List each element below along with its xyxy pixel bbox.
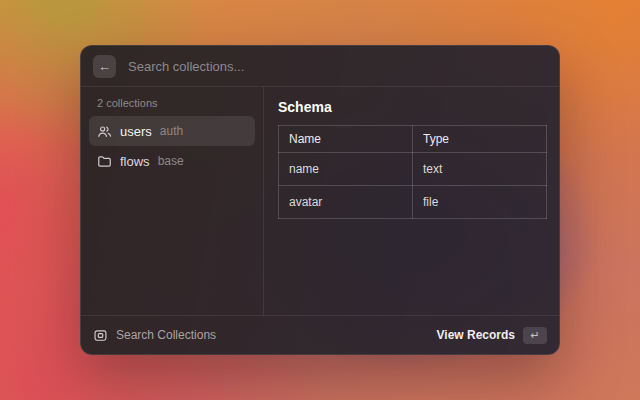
detail-panel: Schema Name Type name text avatar file bbox=[264, 87, 559, 315]
collections-sidebar: 2 collections users auth bbox=[81, 87, 264, 315]
sidebar-item-flows[interactable]: flows base bbox=[89, 146, 255, 176]
sidebar-item-suffix: auth bbox=[160, 124, 183, 138]
view-records-action[interactable]: View Records ↵ bbox=[437, 327, 547, 344]
command-palette-window: ← 2 collections users auth bbox=[80, 45, 560, 355]
cell-field-type: text bbox=[413, 153, 547, 186]
table-row: name text bbox=[279, 153, 547, 186]
footer-bar: Search Collections View Records ↵ bbox=[81, 315, 559, 354]
table-header-row: Name Type bbox=[279, 126, 547, 153]
sidebar-item-label: flows bbox=[120, 154, 150, 169]
back-button[interactable]: ← bbox=[93, 55, 116, 78]
collections-count-label: 2 collections bbox=[89, 95, 255, 116]
app-logo-icon bbox=[93, 328, 108, 343]
view-records-label: View Records bbox=[437, 328, 515, 342]
enter-key-icon: ↵ bbox=[523, 327, 547, 344]
schema-title: Schema bbox=[278, 99, 547, 115]
search-header: ← bbox=[81, 46, 559, 87]
column-header-type: Type bbox=[413, 126, 547, 153]
search-input[interactable] bbox=[126, 58, 547, 75]
column-header-name: Name bbox=[279, 126, 413, 153]
cell-field-type: file bbox=[413, 186, 547, 219]
schema-table: Name Type name text avatar file bbox=[278, 125, 547, 219]
back-arrow-icon: ← bbox=[98, 60, 111, 73]
folder-icon bbox=[97, 154, 112, 169]
sidebar-item-users[interactable]: users auth bbox=[89, 116, 255, 146]
cell-field-name: avatar bbox=[279, 186, 413, 219]
sidebar-item-label: users bbox=[120, 124, 152, 139]
footer-command-text: Search Collections bbox=[116, 328, 216, 342]
cell-field-name: name bbox=[279, 153, 413, 186]
sidebar-item-suffix: base bbox=[158, 154, 184, 168]
content-area: 2 collections users auth bbox=[81, 87, 559, 315]
table-row: avatar file bbox=[279, 186, 547, 219]
footer-command-label: Search Collections bbox=[93, 328, 216, 343]
users-icon bbox=[97, 124, 112, 139]
